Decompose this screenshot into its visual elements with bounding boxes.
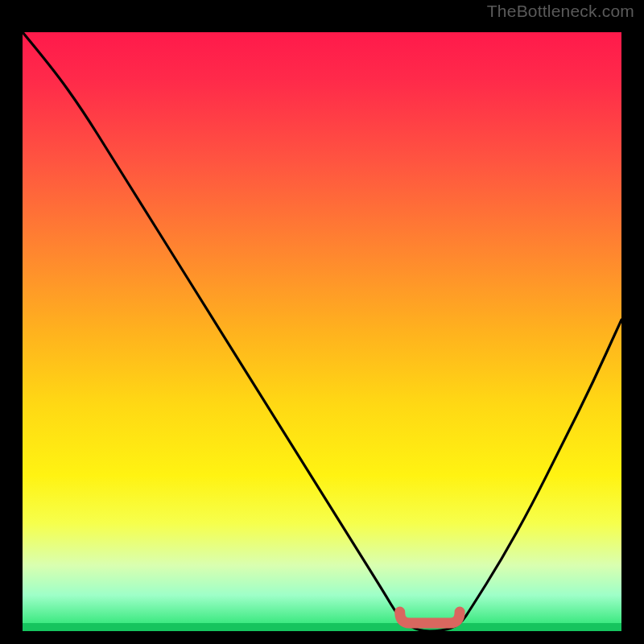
bottleneck-curve-svg [23, 32, 621, 631]
watermark-text: TheBottleneck.com [487, 2, 634, 21]
bottleneck-curve-path [23, 32, 621, 631]
chart-plot-area [23, 32, 621, 631]
chart-frame [11, 21, 633, 642]
optimal-range-marker [400, 612, 460, 623]
